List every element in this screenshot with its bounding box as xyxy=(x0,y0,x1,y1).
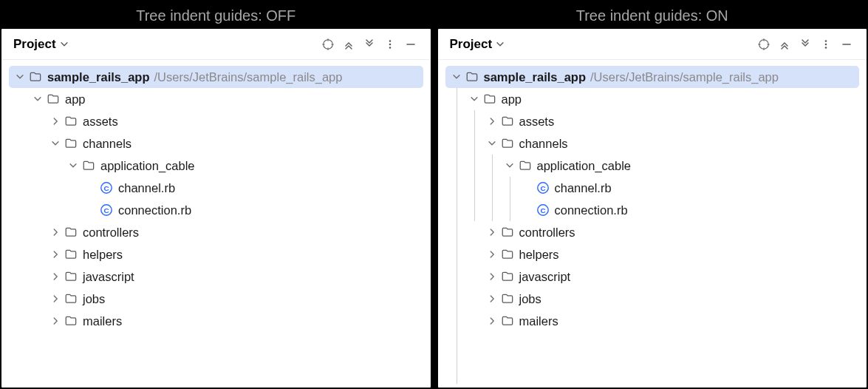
node-label: jobs xyxy=(519,292,541,306)
tree-row-channels[interactable]: channels xyxy=(445,132,860,155)
chevron-right-icon[interactable] xyxy=(49,292,62,305)
caption-on: Tree indent guides: ON xyxy=(438,1,867,29)
node-path-hint: /Users/JetBrains/sample_rails_app xyxy=(590,70,779,84)
tree-row-helpers[interactable]: helpers xyxy=(445,243,860,265)
ruby-class-icon xyxy=(99,180,114,195)
expand-all-button[interactable] xyxy=(339,35,358,54)
node-label: mailers xyxy=(519,314,558,328)
chevron-right-icon[interactable] xyxy=(485,226,499,239)
chevron-down-icon[interactable] xyxy=(503,159,516,172)
chevron-right-icon[interactable] xyxy=(49,270,62,283)
folder-icon xyxy=(500,247,515,262)
panel-title[interactable]: Project xyxy=(450,37,493,52)
chevron-right-icon[interactable] xyxy=(49,248,62,261)
select-opened-file-button[interactable] xyxy=(754,35,773,54)
folder-icon xyxy=(465,70,479,84)
tree-row-app[interactable]: app xyxy=(9,88,423,110)
tree-row-root[interactable]: sample_rails_app /Users/JetBrains/sample… xyxy=(445,66,860,88)
caption-off: Tree indent guides: OFF xyxy=(1,1,431,29)
folder-icon xyxy=(500,225,515,240)
tree-row-controllers[interactable]: controllers xyxy=(445,221,860,243)
node-label: sample_rails_app xyxy=(47,70,150,84)
folder-icon xyxy=(64,247,78,262)
chevron-down-icon[interactable] xyxy=(13,70,27,84)
panel-header: Project xyxy=(1,29,431,60)
tree-row-channel-rb[interactable]: channel.rb xyxy=(445,177,860,199)
node-label: javascript xyxy=(519,270,571,284)
folder-icon xyxy=(64,269,78,284)
more-button[interactable] xyxy=(816,35,835,54)
project-tree[interactable]: sample_rails_app /Users/JetBrains/sample… xyxy=(1,60,431,388)
tree-row-app[interactable]: app xyxy=(445,88,860,110)
more-button[interactable] xyxy=(380,35,400,54)
folder-icon xyxy=(64,314,78,328)
panel-title[interactable]: Project xyxy=(13,37,56,52)
ruby-class-icon xyxy=(99,203,114,217)
folder-icon xyxy=(500,114,515,129)
node-label: sample_rails_app xyxy=(484,70,587,84)
tree-row-root[interactable]: sample_rails_app /Users/JetBrains/sample… xyxy=(9,66,423,88)
tree-row-assets[interactable]: assets xyxy=(9,110,423,132)
node-label: connection.rb xyxy=(555,203,628,217)
chevron-down-icon[interactable] xyxy=(468,92,481,106)
tree-row-channels[interactable]: channels xyxy=(9,132,423,155)
chevron-right-icon[interactable] xyxy=(49,226,62,239)
node-label: application_cable xyxy=(100,159,195,173)
node-label: javascript xyxy=(83,270,134,284)
node-label: controllers xyxy=(83,226,139,240)
project-tree[interactable]: sample_rails_app /Users/JetBrains/sample… xyxy=(438,60,867,388)
tree-row-jobs[interactable]: jobs xyxy=(445,288,860,310)
chevron-right-icon[interactable] xyxy=(485,270,499,283)
node-label: application_cable xyxy=(537,159,632,173)
chevron-right-icon[interactable] xyxy=(49,314,62,328)
node-label: connection.rb xyxy=(118,203,191,217)
tree-row-application-cable[interactable]: application_cable xyxy=(445,155,860,177)
collapse-all-button[interactable] xyxy=(360,35,379,54)
tree-row-javascript[interactable]: javascript xyxy=(9,265,423,288)
node-label: mailers xyxy=(83,314,122,328)
node-path-hint: /Users/JetBrains/sample_rails_app xyxy=(154,70,343,84)
folder-icon xyxy=(500,314,515,328)
chevron-down-icon[interactable] xyxy=(485,137,499,150)
node-label: app xyxy=(65,92,86,106)
column-guides-on: Tree indent guides: ON Project xyxy=(438,1,867,388)
tree-row-javascript[interactable]: javascript xyxy=(445,265,860,288)
expand-all-button[interactable] xyxy=(775,35,794,54)
tree-row-channel-rb[interactable]: channel.rb xyxy=(9,177,423,199)
chevron-right-icon[interactable] xyxy=(485,248,499,261)
chevron-down-icon[interactable] xyxy=(49,137,62,150)
folder-icon xyxy=(64,291,78,306)
folder-icon xyxy=(64,136,78,151)
project-panel-off: Project sample_rails_app /Users/JetBrain… xyxy=(1,29,431,388)
hide-button[interactable] xyxy=(837,35,856,54)
chevron-down-icon[interactable] xyxy=(495,39,505,50)
tree-row-mailers[interactable]: mailers xyxy=(9,310,423,332)
folder-icon xyxy=(81,158,96,173)
tree-row-connection-rb[interactable]: connection.rb xyxy=(9,199,423,221)
chevron-right-icon[interactable] xyxy=(49,115,62,128)
project-panel-on: Project sample_rails_ap xyxy=(438,29,867,388)
ruby-class-icon xyxy=(536,203,550,217)
tree-row-connection-rb[interactable]: connection.rb xyxy=(445,199,860,221)
chevron-down-icon[interactable] xyxy=(59,39,69,50)
tree-row-assets[interactable]: assets xyxy=(445,110,860,132)
chevron-down-icon[interactable] xyxy=(450,70,463,84)
node-label: channels xyxy=(83,137,131,151)
tree-row-helpers[interactable]: helpers xyxy=(9,243,423,265)
tree-row-application-cable[interactable]: application_cable xyxy=(9,155,423,177)
select-opened-file-button[interactable] xyxy=(318,35,338,54)
node-label: controllers xyxy=(519,226,575,240)
collapse-all-button[interactable] xyxy=(796,35,815,54)
hide-button[interactable] xyxy=(401,35,420,54)
tree-row-controllers[interactable]: controllers xyxy=(9,221,423,243)
chevron-right-icon[interactable] xyxy=(485,314,499,328)
node-label: jobs xyxy=(83,292,105,306)
chevron-right-icon[interactable] xyxy=(485,292,499,305)
folder-icon xyxy=(64,225,78,240)
node-label: helpers xyxy=(519,248,559,262)
chevron-down-icon[interactable] xyxy=(66,159,80,172)
tree-row-mailers[interactable]: mailers xyxy=(445,310,860,332)
chevron-down-icon[interactable] xyxy=(31,92,44,106)
tree-row-jobs[interactable]: jobs xyxy=(9,288,423,310)
chevron-right-icon[interactable] xyxy=(485,115,499,128)
